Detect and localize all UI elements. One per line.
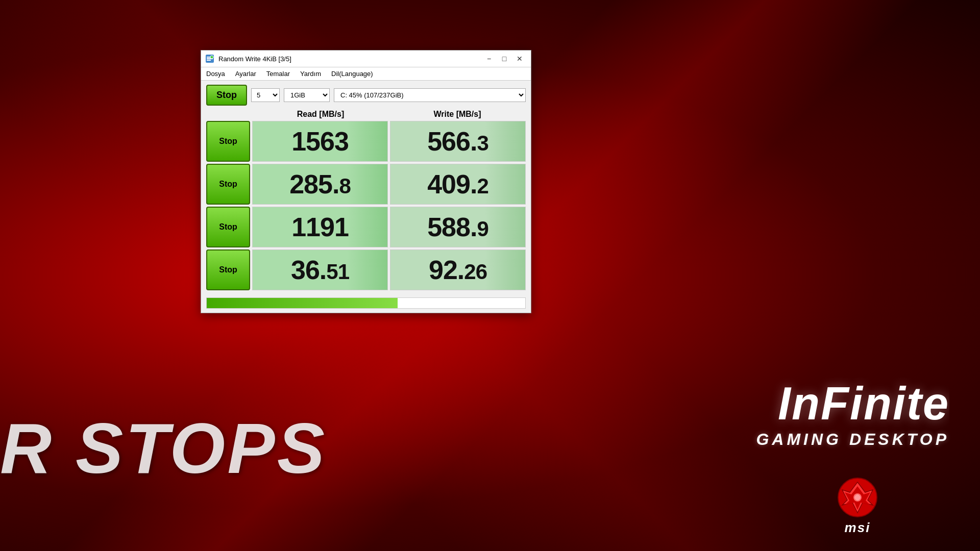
title-bar: Random Write 4KiB [3/5] − □ ✕ [201,51,531,67]
size-select[interactable]: 1GiB 512MiB 4GiB [284,88,330,102]
bg-stops-text: R STOPS [0,407,327,490]
maximize-button[interactable]: □ [497,54,511,64]
stop-button-row2[interactable]: Stop [206,164,250,205]
svg-point-6 [210,56,213,59]
bg-infinite-branding: InFinite GAMING DESKTOP [756,378,949,449]
read-value-row3: 1191 [291,214,349,240]
main-stop-button[interactable]: Stop [206,85,247,106]
msi-logo: msi [837,477,878,536]
minimize-button[interactable]: − [482,54,496,64]
read-value-row4: 36.51 [291,257,349,283]
read-value-row1: 1563 [291,128,349,155]
table-row: Stop 1191 588.9 [206,207,526,247]
write-cell-row2: 409.2 [390,164,526,205]
write-value-row1: 566.3 [427,128,488,155]
stop-button-row4[interactable]: Stop [206,249,250,290]
infinite-title: InFinite [756,378,949,430]
drive-select[interactable]: C: 45% (107/237GiB) [334,88,526,102]
write-header: Write [MB/s] [389,110,526,119]
write-cell-row4: 92.26 [390,249,526,290]
msi-text: msi [845,520,871,536]
msi-dragon-icon [837,477,878,518]
svg-rect-5 [207,60,211,61]
cdm-window: Random Write 4KiB [3/5] − □ ✕ Dosya Ayar… [201,50,531,313]
menu-dosya[interactable]: Dosya [201,68,230,79]
menu-yardim[interactable]: Yardım [295,68,326,79]
data-rows-container: Stop 1563 566.3 Stop 285.8 [201,121,531,295]
read-cell-row3: 1191 [252,207,388,247]
table-row: Stop 36.51 92.26 [206,249,526,290]
table-row: Stop 1563 566.3 [206,121,526,162]
progress-fill [207,298,398,308]
read-value-row2: 285.8 [289,171,351,197]
read-cell-row2: 285.8 [252,164,388,205]
write-cell-row1: 566.3 [390,121,526,162]
column-headers: Read [MB/s] Write [MB/s] [201,110,531,121]
read-cell-row4: 36.51 [252,249,388,290]
window-title: Random Write 4KiB [3/5] [218,55,478,63]
menu-temalar[interactable]: Temalar [261,68,295,79]
read-header: Read [MB/s] [252,110,389,119]
window-controls: − □ ✕ [482,54,527,64]
header-spacer [206,110,252,119]
toolbar: Stop 5 1 3 1GiB 512MiB 4GiB C: 45% (107/… [201,81,531,110]
write-value-row2: 409.2 [427,171,488,197]
write-cell-row3: 588.9 [390,207,526,247]
stop-button-row3[interactable]: Stop [206,207,250,247]
read-cell-row1: 1563 [252,121,388,162]
infinite-subtitle: GAMING DESKTOP [756,430,949,449]
write-value-row4: 92.26 [429,257,487,283]
stop-button-row1[interactable]: Stop [206,121,250,162]
app-icon [205,54,214,63]
menu-dil[interactable]: Dil(Language) [326,68,378,79]
progress-bar-area [206,297,526,309]
write-value-row3: 588.9 [427,214,488,240]
close-button[interactable]: ✕ [512,54,527,64]
menu-ayarlar[interactable]: Ayarlar [230,68,261,79]
menubar: Dosya Ayarlar Temalar Yardım Dil(Languag… [201,67,531,81]
table-row: Stop 285.8 409.2 [206,164,526,205]
count-select[interactable]: 5 1 3 [251,88,280,102]
